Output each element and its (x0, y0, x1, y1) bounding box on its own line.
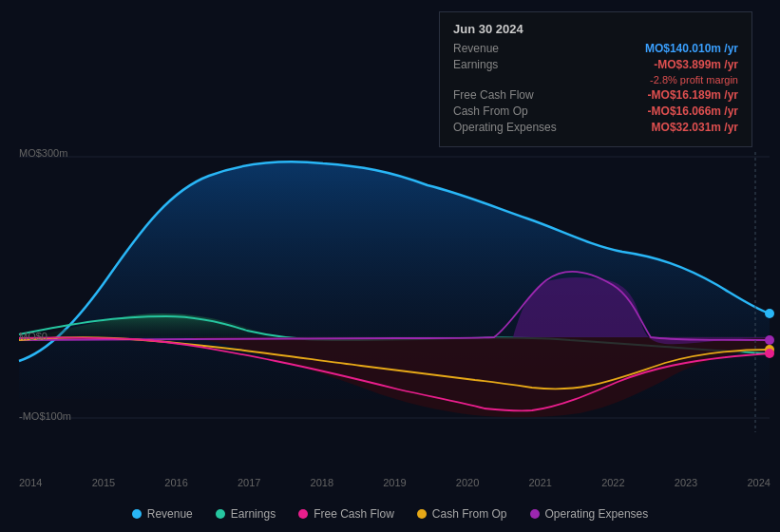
tooltip-margin-row: -2.8% profit margin (453, 74, 738, 86)
legend-earnings[interactable]: Earnings (216, 507, 276, 521)
legend-revenue-label: Revenue (147, 507, 193, 521)
legend-cashop-dot (417, 509, 427, 519)
tooltip-opex-label: Operating Expenses (453, 121, 567, 134)
legend-cashop[interactable]: Cash From Op (417, 507, 507, 521)
x-label-2014: 2014 (19, 477, 42, 488)
tooltip-fcf-value: -MO$16.189m /yr (648, 88, 738, 102)
x-label-2017: 2017 (238, 477, 260, 488)
legend-fcf-label: Free Cash Flow (314, 507, 394, 521)
tooltip-opex-value: MO$32.031m /yr (652, 121, 738, 134)
x-label-2019: 2019 (383, 477, 406, 488)
x-label-2021: 2021 (528, 477, 551, 488)
legend-opex-label: Operating Expenses (545, 507, 649, 521)
tooltip-earnings-label: Earnings (453, 58, 567, 71)
tooltip-date: Jun 30 2024 (453, 22, 738, 36)
tooltip-cashop-label: Cash From Op (453, 104, 567, 118)
tooltip-revenue-label: Revenue (453, 42, 567, 55)
data-tooltip: Jun 30 2024 Revenue MO$140.010m /yr Earn… (439, 11, 752, 147)
x-label-2024: 2024 (747, 477, 770, 488)
y-label-300: MO$300m (19, 147, 67, 159)
legend-cashop-label: Cash From Op (432, 507, 507, 521)
y-label-neg100: -MO$100m (19, 410, 71, 422)
x-label-2022: 2022 (601, 477, 624, 488)
tooltip-opex-row: Operating Expenses MO$32.031m /yr (453, 121, 738, 134)
legend-revenue-dot (132, 509, 142, 519)
x-label-2016: 2016 (164, 477, 187, 488)
tooltip-earnings-row: Earnings -MO$3.899m /yr (453, 58, 738, 71)
x-axis: 2014 2015 2016 2017 2018 2019 2020 2021 … (19, 477, 770, 488)
x-label-2018: 2018 (311, 477, 333, 488)
legend-opex[interactable]: Operating Expenses (530, 507, 649, 521)
x-label-2023: 2023 (675, 477, 697, 488)
tooltip-revenue-value: MO$140.010m /yr (645, 42, 738, 55)
tooltip-fcf-row: Free Cash Flow -MO$16.189m /yr (453, 88, 738, 102)
chart-legend: Revenue Earnings Free Cash Flow Cash Fro… (0, 507, 780, 521)
tooltip-cashop-value: -MO$16.066m /yr (648, 104, 738, 118)
legend-fcf-dot (298, 509, 308, 519)
tooltip-earnings-value: -MO$3.899m /yr (654, 58, 738, 71)
tooltip-revenue-row: Revenue MO$140.010m /yr (453, 42, 738, 55)
x-label-2015: 2015 (92, 477, 115, 488)
legend-earnings-dot (216, 509, 225, 519)
svg-point-7 (765, 349, 774, 358)
svg-point-5 (765, 335, 774, 345)
legend-fcf[interactable]: Free Cash Flow (298, 507, 394, 521)
tooltip-fcf-label: Free Cash Flow (453, 88, 567, 102)
tooltip-margin-value: -2.8% profit margin (650, 74, 738, 86)
y-label-0: MO$0 (19, 331, 48, 342)
x-label-2020: 2020 (456, 477, 479, 488)
legend-revenue[interactable]: Revenue (132, 507, 193, 521)
svg-point-4 (765, 309, 774, 318)
legend-earnings-label: Earnings (231, 507, 276, 521)
legend-opex-dot (530, 509, 540, 519)
tooltip-cashop-row: Cash From Op -MO$16.066m /yr (453, 104, 738, 118)
